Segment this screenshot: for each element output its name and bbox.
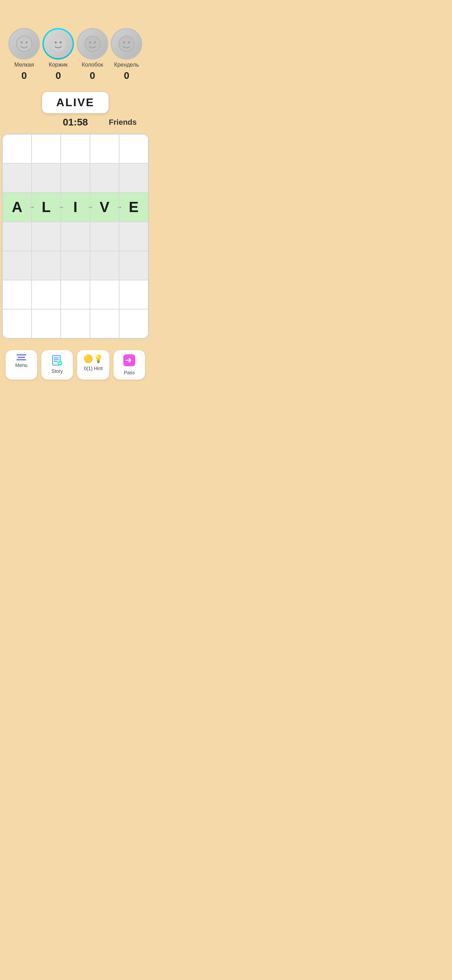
svg-point-3	[51, 36, 66, 51]
grid-cell-v: → V	[90, 192, 119, 221]
grid-cell	[32, 163, 60, 192]
grid-cell	[119, 251, 148, 280]
grid-cell	[32, 134, 60, 163]
grid-cell	[32, 309, 60, 338]
svg-point-2	[25, 41, 28, 43]
grid-cell	[90, 280, 119, 309]
friends-label: Friends	[109, 118, 137, 127]
player-score-melkaya: 0	[21, 70, 27, 81]
grid-cell	[2, 134, 32, 163]
bottom-navigation: Menu Story 🟡 💡 0(1) Hint	[0, 346, 151, 387]
svg-point-10	[123, 41, 125, 43]
story-label: Story	[51, 368, 63, 374]
svg-point-8	[94, 41, 96, 43]
player-name-kolobok: Колобок	[82, 62, 103, 68]
player-name-melkaya: Мелкая	[14, 62, 34, 68]
grid-cell	[2, 280, 32, 309]
story-nav-item[interactable]: Story	[41, 350, 73, 380]
game-grid: A → L → I → V → E	[2, 134, 149, 339]
pass-nav-item[interactable]: Pass	[113, 350, 145, 380]
grid-cell	[2, 309, 32, 338]
grid-cell	[32, 280, 60, 309]
grid-cell	[60, 280, 90, 309]
svg-point-5	[60, 41, 62, 43]
svg-point-0	[16, 36, 32, 51]
grid-cell	[119, 134, 148, 163]
grid-cell	[119, 280, 148, 309]
letter-v: V	[100, 199, 109, 216]
player-avatar-krendel	[111, 28, 142, 60]
grid-cell	[90, 251, 119, 280]
pass-label: Pass	[124, 370, 135, 375]
menu-label: Menu	[15, 363, 27, 368]
player-avatar-korjik	[42, 28, 74, 60]
grid-cell-arrow1: → L	[32, 192, 60, 221]
grid-cell	[60, 309, 90, 338]
grid-cell-i: → I	[60, 192, 90, 221]
grid-cell	[90, 163, 119, 192]
grid-cell	[60, 251, 90, 280]
grid-cell	[32, 222, 60, 251]
grid-cell	[90, 222, 119, 251]
grid-cell	[90, 134, 119, 163]
grid-cell	[60, 163, 90, 192]
player-score-korjik: 0	[56, 70, 61, 81]
grid-cell	[2, 251, 32, 280]
word-display: ALIVE	[42, 92, 108, 113]
player-score-krendel: 0	[124, 70, 129, 81]
letter-l: L	[42, 199, 51, 216]
grid-cell	[2, 222, 32, 251]
svg-point-11	[128, 41, 130, 43]
player-avatar-kolobok	[77, 28, 108, 60]
grid-cell	[119, 222, 148, 251]
grid-cell	[90, 309, 119, 338]
grid-cell	[32, 251, 60, 280]
player-krendel: Крендель 0	[111, 28, 142, 81]
grid-cell	[119, 309, 148, 338]
grid-cells: A → L → I → V → E	[2, 134, 148, 338]
hint-nav-item[interactable]: 🟡 💡 0(1) Hint	[77, 350, 109, 380]
hint-icon: 🟡 💡	[83, 354, 103, 363]
player-score-kolobok: 0	[90, 70, 95, 81]
svg-point-7	[89, 41, 91, 43]
grid-cell	[2, 163, 32, 192]
story-icon	[51, 354, 63, 366]
pass-icon	[123, 354, 135, 368]
game-info: 01:58 Friends	[0, 117, 151, 128]
svg-point-4	[55, 41, 57, 43]
hint-text: Hint	[94, 366, 103, 371]
player-avatar-melkaya	[8, 28, 40, 60]
player-name-korjik: Коржик	[49, 62, 68, 68]
grid-cell	[60, 222, 90, 251]
letter-a: A	[11, 199, 22, 216]
player-name-krendel: Крендель	[114, 62, 139, 68]
grid-cell	[60, 134, 90, 163]
svg-point-6	[85, 36, 100, 51]
letter-i: I	[73, 199, 78, 216]
players-section: Мелкая 0 Коржик 0 Колобо	[0, 28, 151, 81]
svg-point-9	[119, 36, 134, 51]
hint-count: 0(1)	[84, 366, 92, 371]
svg-point-1	[21, 41, 23, 43]
player-korjik: Коржик 0	[42, 28, 74, 81]
menu-nav-item[interactable]: Menu	[6, 350, 37, 380]
letter-e: E	[129, 199, 138, 216]
hint-label: 0(1) Hint	[84, 366, 103, 371]
grid-cell-e: → E	[119, 192, 148, 221]
player-melkaya: Мелкая 0	[8, 28, 40, 81]
menu-icon	[16, 354, 26, 360]
grid-cell	[119, 163, 148, 192]
player-kolobok: Колобок 0	[77, 28, 108, 81]
current-word: ALIVE	[56, 96, 94, 109]
grid-cell-a: A	[2, 192, 32, 221]
